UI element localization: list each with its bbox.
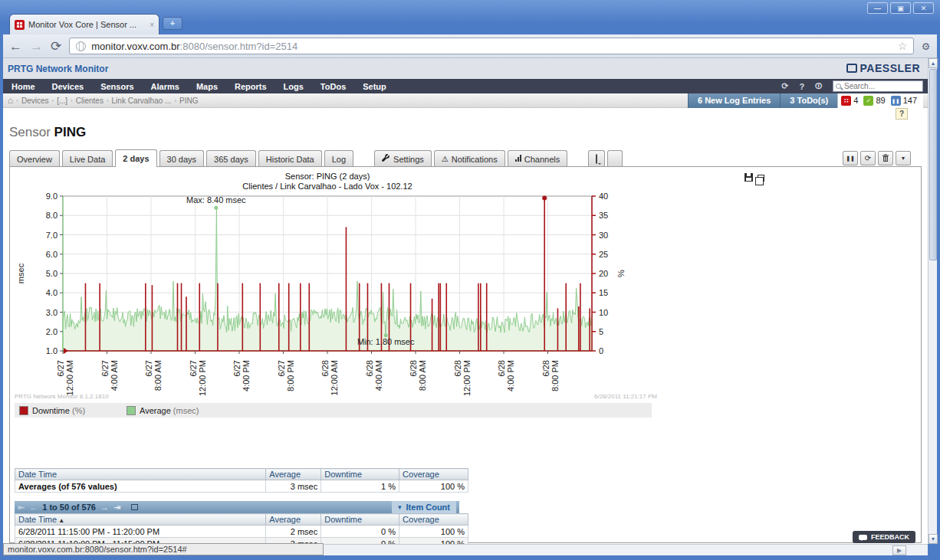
svg-text:7.0: 7.0 [46,231,58,240]
paused-badge-icon[interactable]: ❚❚ [891,96,901,106]
url-bar[interactable]: monitor.voxv.com.br:8080/sensor.htm?id=2… [69,38,914,54]
column-header-coverage[interactable]: Coverage [399,469,468,480]
svg-text:4:00 AM: 4:00 AM [110,360,119,391]
sort-asc-icon: ▲ [57,517,64,524]
legend-swatch [19,406,28,415]
cell-value: 100 % [399,480,468,493]
tab-log[interactable]: Log [324,150,353,167]
breadcrumb-item[interactable]: [...] [57,97,67,105]
next-page-button[interactable]: → [100,503,109,512]
product-title: PRTG Network Monitor [8,64,108,74]
nav-item-devices[interactable]: Devices [44,82,93,91]
more-actions-button[interactable]: ▼ [896,151,911,165]
nav-item-home[interactable]: Home [3,82,44,91]
ok-badge-icon[interactable]: ✓ [863,96,873,106]
breadcrumb-item[interactable]: Devices [21,97,49,105]
logout-power-icon[interactable]: ⏼ [815,81,822,91]
tab-channels[interactable]: Channels [508,150,567,167]
first-page-button[interactable]: ⇤ [18,503,25,513]
sensor-control-buttons: ❚❚ ⟳ ▼ [843,151,911,165]
tab-title: Monitor Vox Core | Sensor ... [28,20,146,29]
column-header-downtime[interactable]: Downtime [321,469,399,480]
new-tab-button[interactable]: + [163,17,182,30]
feedback-button[interactable]: FEEDBACK [853,531,915,543]
help-icon[interactable]: ? [800,82,805,91]
breadcrumb-separator: › [52,97,54,104]
breadcrumb-item[interactable]: Clientes [76,97,104,105]
svg-text:msec: msec [16,263,25,283]
tab-notifications[interactable]: ⚠Notifications [434,150,505,167]
popout-chart-icon[interactable] [758,175,764,182]
nav-item-sensors[interactable]: Sensors [92,82,142,91]
close-window-button[interactable]: ✕ [913,2,934,14]
last-page-button[interactable]: ⇥ [113,503,120,513]
svg-text:4:00 PM: 4:00 PM [242,360,251,391]
nav-item-maps[interactable]: Maps [188,82,226,91]
browser-menu-wrench-icon[interactable]: ⚙ [921,41,932,51]
column-header-date-time[interactable]: Date Time ▲ [15,514,266,526]
minimize-button[interactable]: — [867,2,888,14]
tab-365-days[interactable]: 365 days [206,150,256,167]
tab-comments[interactable] [588,150,605,167]
cell-value: 100 % [399,526,468,538]
svg-text:6/28: 6/28 [320,360,330,376]
tab-settings[interactable]: Settings [374,150,432,167]
column-header-average[interactable]: Average [266,514,321,526]
home-icon[interactable]: ⌂ [8,95,13,106]
todos-button[interactable]: 3 ToDo(s) [780,93,837,108]
cell-value: 0 % [321,538,399,545]
nav-item-logs[interactable]: Logs [275,82,312,91]
tab-live-data[interactable]: Live Data [62,150,113,167]
prev-page-button[interactable]: ← [29,503,38,512]
svg-text:6/28: 6/28 [365,360,374,376]
forward-button[interactable]: → [30,40,43,53]
svg-text:0: 0 [599,346,603,355]
delete-sensor-button[interactable] [878,151,893,165]
help-tooltip-button[interactable]: ? [896,108,908,120]
nav-item-setup[interactable]: Setup [354,82,395,91]
search-input[interactable] [844,82,913,90]
rescan-sensor-button[interactable]: ⟳ [860,151,876,165]
tab-overview[interactable]: Overview [9,150,60,167]
browser-toolbar: ← → ⟳ monitor.voxv.com.br:8080/sensor.ht… [3,34,937,58]
nav-item-alarms[interactable]: Alarms [143,82,188,91]
trash-icon [882,154,889,162]
browser-tab[interactable]: Monitor Vox Core | Sensor ... × [9,14,159,34]
tab-30-days[interactable]: 30 days [159,150,205,167]
scroll-down-icon[interactable]: ▼ [928,534,938,544]
column-header-average[interactable]: Average [266,469,321,480]
tab-historic-data[interactable]: Historic Data [258,150,322,167]
new-log-entries-button[interactable]: 6 New Log Entries [688,93,780,108]
svg-text:12:00 PM: 12:00 PM [462,360,472,396]
table-row[interactable]: 6/28/2011 11:15:00 PM - 11:20:00 PM2 mse… [15,526,468,538]
vertical-scrollbar[interactable]: ▲ ▼ [928,58,937,544]
popout-table-icon[interactable] [131,504,138,510]
column-header-coverage[interactable]: Coverage [399,514,468,526]
search-box[interactable] [833,80,923,92]
maximize-button[interactable]: ▣ [890,2,911,14]
svg-text:40: 40 [599,192,608,201]
nav-item-reports[interactable]: Reports [226,82,275,91]
scrollbar-thumb[interactable] [929,69,937,260]
scroll-up-icon[interactable]: ▲ [928,58,938,68]
save-chart-icon[interactable] [744,173,753,182]
scroll-right-icon[interactable]: ▶ [892,545,906,555]
tab-close-icon[interactable]: × [150,21,154,29]
alarm-badge-icon[interactable]: ∷ [841,96,851,106]
paessler-logo[interactable]: PAESSLER [846,62,920,74]
ok-count: 89 [876,96,885,105]
refresh-icon[interactable]: ⟳ [781,81,788,91]
nav-item-todos[interactable]: ToDos [312,82,354,91]
back-button[interactable]: ← [9,40,22,53]
bookmark-star-icon[interactable]: ☆ [898,40,908,52]
reload-button[interactable]: ⟳ [51,40,61,53]
svg-text:6/28: 6/28 [497,360,506,376]
tab-history[interactable] [607,150,623,167]
column-header-downtime[interactable]: Downtime [321,514,399,526]
breadcrumb-item[interactable]: PING [179,97,198,105]
column-header-date-time[interactable]: Date Time [15,469,266,480]
breadcrumb-item[interactable]: Link Carvalhao ... [112,97,172,105]
item-count-dropdown[interactable]: ▾ Item Count [392,501,456,513]
pause-sensor-button[interactable]: ❚❚ [843,151,858,165]
tab-2-days[interactable]: 2 days [115,149,156,167]
